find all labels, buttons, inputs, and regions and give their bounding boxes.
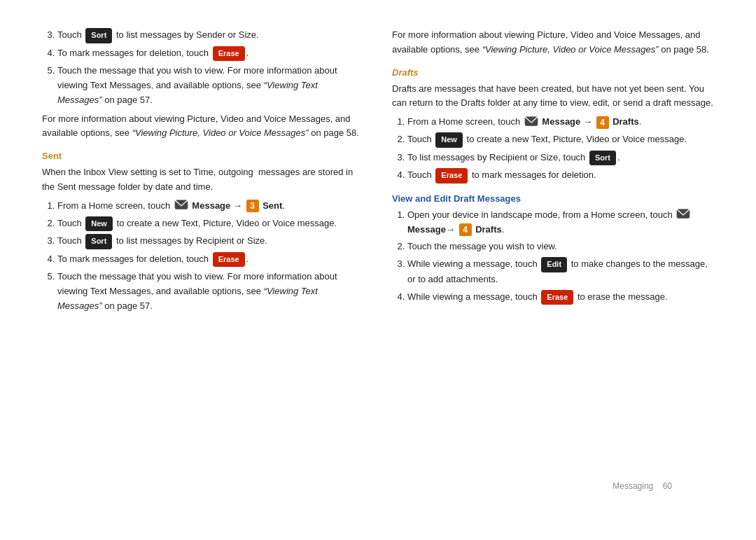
- list-item: Touch the message that you wish to view.…: [57, 270, 364, 313]
- sort-button-2[interactable]: Sort: [85, 234, 112, 249]
- footer-page: 60: [663, 481, 672, 491]
- badge-4b: 4: [459, 223, 472, 236]
- for-more-left: For more information about viewing Pictu…: [42, 112, 364, 141]
- sort-button-3[interactable]: Sort: [589, 151, 616, 166]
- list-item: While viewing a message, touch Erase to …: [407, 290, 714, 305]
- drafts-heading: Drafts: [392, 67, 714, 78]
- page-footer: Messaging 60: [612, 481, 672, 491]
- for-more-right: For more information about viewing Pictu…: [392, 28, 714, 57]
- list-item: To list messages by Recipient or Size, t…: [407, 151, 714, 166]
- view-edit-list: Open your device in landscape mode, from…: [392, 208, 714, 305]
- list-item: Touch New to create a new Text, Picture,…: [407, 132, 714, 148]
- page-content: Touch Sort to list messages by Sender or…: [42, 28, 714, 512]
- intro-list: Touch Sort to list messages by Sender or…: [42, 28, 364, 108]
- list-item: From a Home screen, touch Message → 3 Se…: [57, 199, 364, 214]
- sent-desc: When the Inbox View setting is set to Ti…: [42, 165, 364, 195]
- sent-label: Sent: [262, 200, 282, 211]
- badge-4a: 4: [596, 116, 609, 129]
- erase-button-2[interactable]: Erase: [213, 252, 245, 268]
- list-item: From a Home screen, touch Message → 4 Dr…: [407, 115, 714, 130]
- list-item: Touch the message you wish to view.: [407, 240, 714, 254]
- view-edit-heading: View and Edit Draft Messages: [392, 193, 714, 204]
- badge-3: 3: [246, 200, 259, 212]
- erase-button-1[interactable]: Erase: [213, 46, 245, 62]
- message-arrow-label: Message →: [192, 200, 242, 211]
- drafts-list: From a Home screen, touch Message → 4 Dr…: [392, 115, 714, 184]
- sent-list: From a Home screen, touch Message → 3 Se…: [42, 199, 364, 314]
- drafts-label: Drafts: [612, 116, 639, 127]
- picture-msg-link-left: “Viewing Picture, Video or Voice Message…: [132, 127, 309, 138]
- sort-button-1[interactable]: Sort: [85, 28, 112, 43]
- new-button-2[interactable]: New: [435, 132, 463, 148]
- list-item: While viewing a message, touch Edit to m…: [407, 257, 714, 286]
- right-column: For more information about viewing Pictu…: [392, 28, 714, 318]
- message-arrow-label-2: Message →: [542, 116, 592, 127]
- message-icon-3: [676, 209, 690, 220]
- left-column: Touch Sort to list messages by Sender or…: [42, 28, 364, 318]
- sent-heading: Sent: [42, 151, 364, 161]
- list-item: To mark messages for deletion, touch Era…: [57, 46, 364, 62]
- list-item: Touch Sort to list messages by Recipient…: [57, 234, 364, 249]
- footer-label: Messaging: [612, 481, 653, 491]
- list-item: Touch Sort to list messages by Sender or…: [57, 28, 364, 43]
- list-item: Open your device in landscape mode, from…: [407, 208, 714, 237]
- text-msg-link-2: “Viewing Text Messages”: [57, 286, 318, 311]
- list-item: Touch Erase to mark messages for deletio…: [407, 168, 714, 184]
- drafts-desc: Drafts are messages that have been creat…: [392, 82, 714, 111]
- list-item: To mark messages for deletion, touch Era…: [57, 252, 364, 268]
- picture-msg-link-right: “Viewing Picture, Video or Voice Message…: [482, 44, 659, 55]
- erase-button-4[interactable]: Erase: [541, 290, 573, 305]
- edit-button[interactable]: Edit: [541, 257, 567, 272]
- new-button-1[interactable]: New: [85, 216, 113, 232]
- two-column-layout: Touch Sort to list messages by Sender or…: [42, 28, 714, 318]
- list-item: Touch New to create a new Text, Picture,…: [57, 216, 364, 232]
- list-item: Touch the message that you wish to view.…: [57, 64, 364, 107]
- message-arrow-label-3: Message→: [407, 224, 455, 235]
- erase-button-3[interactable]: Erase: [435, 168, 468, 184]
- message-icon: [174, 200, 188, 211]
- message-icon-2: [524, 116, 538, 127]
- text-msg-link: “Viewing Text Messages”: [57, 80, 318, 105]
- drafts-label-2: Drafts: [475, 224, 502, 235]
